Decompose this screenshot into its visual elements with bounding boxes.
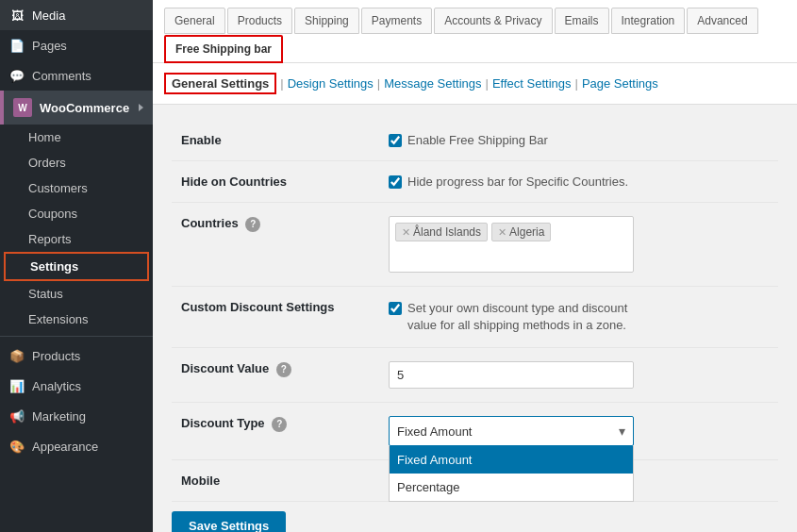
row-custom-discount: Custom Discount Settings Set your own di… — [172, 287, 778, 348]
tab-emails[interactable]: Emails — [555, 8, 609, 34]
discount-type-options: Fixed Amount Percentage — [389, 446, 634, 502]
coupons-label: Coupons — [28, 207, 77, 221]
sidebar-item-coupons[interactable]: Coupons — [0, 201, 153, 226]
settings-table: Enable Enable Free Shipping Bar Hide on … — [172, 120, 778, 502]
discount-value-input[interactable] — [389, 361, 634, 389]
discount-type-help-icon[interactable]: ? — [272, 417, 287, 432]
sidebar-item-settings[interactable]: Settings — [4, 252, 149, 281]
row-discount-type: Discount Type ? Fixed Amount ▾ Fixed Amo… — [172, 403, 778, 460]
sub-nav-sep-2: | — [374, 76, 384, 91]
sidebar-item-marketing[interactable]: 📢 Marketing — [0, 401, 153, 431]
sub-nav-sep-1: | — [276, 76, 287, 91]
countries-label-cell: Countries ? — [172, 203, 379, 287]
sub-nav-message-settings[interactable]: Message Settings — [384, 76, 481, 91]
option-percentage[interactable]: Percentage — [390, 474, 633, 501]
discount-type-label: Discount Type — [181, 416, 265, 430]
sidebar-item-status[interactable]: Status — [0, 281, 153, 307]
hide-on-countries-value: Hide progress bar for Specific Countries… — [379, 161, 778, 203]
discount-value-help-icon[interactable]: ? — [276, 362, 291, 377]
discount-type-dropdown[interactable]: Fixed Amount ▾ — [389, 416, 634, 446]
discount-type-value: Fixed Amount — [397, 424, 473, 439]
sidebar-item-woocommerce[interactable]: W WooCommerce — [0, 91, 153, 125]
comments-icon: 💬 — [9, 68, 25, 83]
custom-discount-checkbox[interactable] — [389, 302, 402, 315]
row-discount-value: Discount Value ? — [172, 348, 778, 403]
save-button-label: Save Settings — [189, 519, 269, 532]
sidebar-item-home[interactable]: Home — [0, 125, 153, 150]
remove-aland-icon[interactable]: ✕ — [402, 226, 410, 239]
countries-input-box[interactable]: ✕ Åland Islands ✕ Algeria — [389, 216, 634, 273]
reports-label: Reports — [28, 232, 72, 246]
media-icon: 🖼 — [9, 8, 25, 23]
appearance-icon: 🎨 — [9, 439, 25, 454]
tab-shipping[interactable]: Shipping — [294, 8, 359, 34]
sub-nav-sep-3: | — [482, 76, 492, 91]
settings-label: Settings — [30, 259, 78, 274]
sidebar-item-customers[interactable]: Customers — [0, 175, 153, 201]
tab-products[interactable]: Products — [227, 8, 292, 34]
country-tag-aland: ✕ Åland Islands — [395, 223, 488, 241]
sidebar-item-media[interactable]: 🖼 Media — [0, 0, 153, 30]
row-enable: Enable Enable Free Shipping Bar — [172, 120, 778, 161]
hide-countries-checkbox[interactable] — [389, 175, 402, 189]
sidebar-item-analytics[interactable]: 📊 Analytics — [0, 371, 153, 401]
tab-payments[interactable]: Payments — [361, 8, 432, 34]
hide-checkbox-row: Hide progress bar for Specific Countries… — [389, 175, 769, 189]
main-content: General Products Shipping Payments Accou… — [153, 0, 797, 532]
settings-area: Enable Enable Free Shipping Bar Hide on … — [153, 105, 797, 532]
marketing-label: Marketing — [32, 409, 86, 424]
customers-label: Customers — [28, 181, 88, 195]
sidebar-item-label: Pages — [32, 39, 67, 53]
tab-advanced[interactable]: Advanced — [687, 8, 757, 34]
custom-discount-label-cell: Custom Discount Settings — [172, 287, 379, 348]
custom-discount-label: Custom Discount Settings — [181, 300, 335, 314]
sidebar-item-extensions[interactable]: Extensions — [0, 307, 153, 332]
sub-nav-sep-4: | — [571, 76, 581, 91]
sidebar-item-appearance[interactable]: 🎨 Appearance — [0, 431, 153, 461]
analytics-label: Analytics — [32, 379, 81, 393]
tab-integration[interactable]: Integration — [611, 8, 686, 34]
hide-on-countries-label: Hide on Countries — [172, 161, 379, 203]
appearance-label: Appearance — [32, 440, 98, 454]
sidebar-divider-1 — [0, 336, 153, 337]
pages-icon: 📄 — [9, 38, 25, 53]
discount-value-input-cell — [379, 348, 778, 403]
sidebar-item-label: Media — [32, 8, 65, 23]
sidebar-item-comments[interactable]: 💬 Comments — [0, 60, 153, 91]
sub-nav-page-settings[interactable]: Page Settings — [582, 76, 658, 91]
remove-algeria-icon[interactable]: ✕ — [498, 226, 506, 239]
woocommerce-label: WooCommerce — [40, 101, 129, 115]
sub-nav-general-settings[interactable]: General Settings — [164, 73, 276, 94]
enable-checkbox-row: Enable Free Shipping Bar — [389, 133, 769, 147]
products-label: Products — [32, 349, 80, 363]
option-fixed-amount[interactable]: Fixed Amount — [390, 446, 633, 474]
marketing-icon: 📢 — [9, 408, 25, 424]
chevron-down-icon: ▾ — [619, 424, 625, 439]
sub-nav: General Settings | Design Settings | Mes… — [153, 63, 797, 105]
enable-checkbox[interactable] — [389, 134, 402, 147]
top-nav: General Products Shipping Payments Accou… — [153, 0, 797, 63]
algeria-tag-label: Algeria — [509, 225, 544, 239]
custom-discount-checkbox-row: Set your own discount type and discount … — [389, 300, 769, 334]
discount-value-label: Discount Value — [181, 361, 269, 375]
woo-logo-icon: W — [13, 98, 32, 117]
sidebar-item-reports[interactable]: Reports — [0, 226, 153, 252]
extensions-label: Extensions — [28, 312, 89, 326]
custom-discount-checkbox-label: Set your own discount type and discount … — [407, 300, 634, 334]
enable-label: Enable — [172, 120, 379, 161]
discount-value-label-cell: Discount Value ? — [172, 348, 379, 403]
row-hide-on-countries: Hide on Countries Hide progress bar for … — [172, 161, 778, 203]
tab-free-shipping-bar[interactable]: Free Shipping bar — [164, 35, 283, 63]
enable-value: Enable Free Shipping Bar — [379, 120, 778, 161]
countries-help-icon[interactable]: ? — [245, 217, 260, 232]
save-settings-button[interactable]: Save Settings — [172, 511, 286, 532]
sub-nav-design-settings[interactable]: Design Settings — [288, 76, 374, 91]
sidebar-item-products[interactable]: 📦 Products — [0, 341, 153, 371]
home-label: Home — [28, 130, 61, 144]
sidebar-item-orders[interactable]: Orders — [0, 150, 153, 175]
tab-general[interactable]: General — [164, 8, 225, 34]
sidebar-item-pages[interactable]: 📄 Pages — [0, 30, 153, 60]
sub-nav-effect-settings[interactable]: Effect Settings — [492, 76, 572, 91]
tab-accounts[interactable]: Accounts & Privacy — [434, 8, 552, 34]
country-tag-algeria: ✕ Algeria — [491, 223, 551, 241]
